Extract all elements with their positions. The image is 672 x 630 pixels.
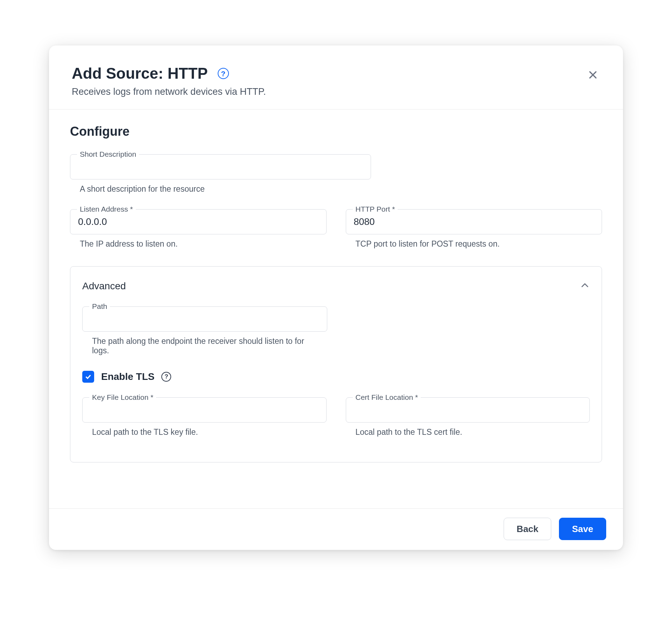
field-key-file: Key File Location * Local path to the TL… <box>82 397 327 437</box>
path-label: Path <box>89 302 110 311</box>
row-tls-files: Key File Location * Local path to the TL… <box>82 397 590 452</box>
key-file-label: Key File Location * <box>89 393 156 402</box>
enable-tls-label: Enable TLS <box>101 371 154 382</box>
add-source-dialog: Add Source: HTTP ? Receives logs from ne… <box>49 45 623 550</box>
advanced-header[interactable]: Advanced <box>82 281 590 292</box>
check-icon <box>84 373 92 381</box>
dialog-header: Add Source: HTTP ? Receives logs from ne… <box>49 45 623 109</box>
short-description-label: Short Description <box>77 150 139 158</box>
key-file-helper: Local path to the TLS key file. <box>92 427 327 437</box>
advanced-panel: Advanced Path The path along the endpoin… <box>70 266 602 462</box>
dialog-title-row: Add Source: HTTP ? <box>72 65 229 82</box>
listen-address-label: Listen Address * <box>77 205 136 213</box>
path-input[interactable] <box>82 306 327 332</box>
enable-tls-checkbox[interactable] <box>82 371 94 383</box>
field-short-description: Short Description A short description fo… <box>70 154 371 194</box>
dialog-subtitle: Receives logs from network devices via H… <box>72 86 266 97</box>
advanced-title: Advanced <box>82 281 126 292</box>
title-block: Add Source: HTTP ? Receives logs from ne… <box>72 65 266 97</box>
close-button[interactable] <box>586 68 600 83</box>
field-http-port: HTTP Port * TCP port to listen for POST … <box>346 209 602 249</box>
row-short-description: Short Description A short description fo… <box>70 154 602 209</box>
save-button[interactable]: Save <box>559 518 606 540</box>
http-port-helper: TCP port to listen for POST requests on. <box>356 239 602 249</box>
field-path: Path The path along the endpoint the rec… <box>82 306 327 355</box>
field-cert-file: Cert File Location * Local path to the T… <box>346 397 590 437</box>
close-icon <box>588 70 598 80</box>
path-helper: The path along the endpoint the receiver… <box>92 337 316 355</box>
cert-file-label: Cert File Location * <box>353 393 421 402</box>
dialog-footer: Back Save <box>49 508 623 550</box>
row-listen-port: Listen Address * The IP address to liste… <box>70 209 602 264</box>
dialog-title: Add Source: HTTP <box>72 65 208 82</box>
chevron-up-icon <box>580 281 590 292</box>
short-description-helper: A short description for the resource <box>80 184 371 194</box>
enable-tls-row: Enable TLS ? <box>82 371 590 383</box>
http-port-label: HTTP Port * <box>353 205 398 213</box>
tls-help-icon[interactable]: ? <box>161 372 171 382</box>
configure-heading: Configure <box>70 124 602 139</box>
field-listen-address: Listen Address * The IP address to liste… <box>70 209 327 249</box>
help-icon[interactable]: ? <box>218 68 229 79</box>
dialog-body: Configure Short Description A short desc… <box>49 109 623 508</box>
cert-file-helper: Local path to the TLS cert file. <box>356 427 590 437</box>
back-button[interactable]: Back <box>504 518 551 540</box>
listen-address-helper: The IP address to listen on. <box>80 239 327 249</box>
